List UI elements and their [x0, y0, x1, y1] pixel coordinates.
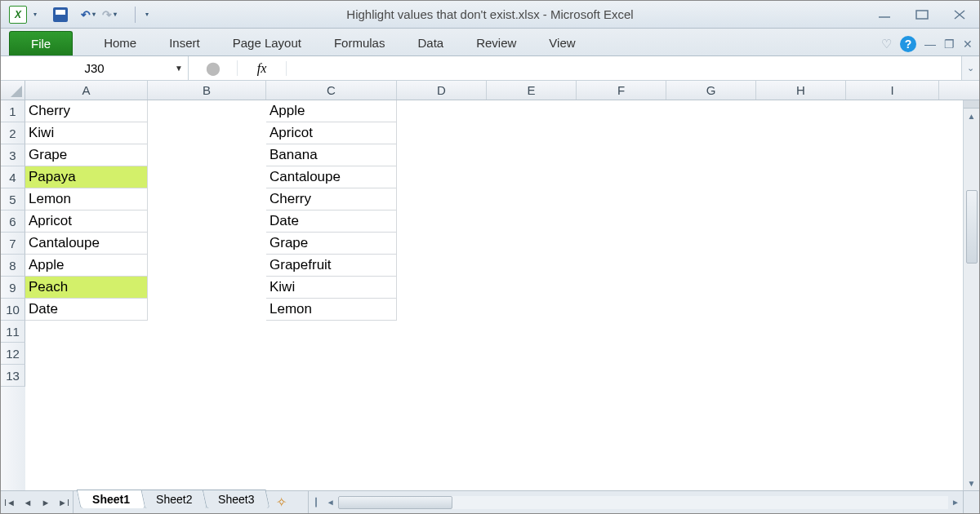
- cell[interactable]: [756, 343, 846, 365]
- cell[interactable]: [846, 188, 939, 210]
- cell[interactable]: [846, 255, 939, 277]
- cell[interactable]: [577, 100, 666, 122]
- tab-data[interactable]: Data: [401, 31, 460, 55]
- scroll-down-icon[interactable]: ▼: [964, 476, 979, 490]
- file-tab[interactable]: File: [9, 31, 73, 55]
- cell[interactable]: [148, 166, 266, 188]
- cell[interactable]: Cantaloupe: [266, 166, 397, 188]
- cell[interactable]: Peach: [25, 277, 148, 299]
- row-header[interactable]: 5: [1, 188, 25, 210]
- tab-review[interactable]: Review: [460, 31, 532, 55]
- cell[interactable]: [577, 144, 666, 166]
- row-header[interactable]: 6: [1, 210, 25, 233]
- cell[interactable]: [756, 166, 846, 188]
- cell[interactable]: [397, 321, 487, 343]
- cell[interactable]: [666, 255, 756, 277]
- first-sheet-icon[interactable]: I◄: [1, 498, 19, 507]
- cell[interactable]: [666, 188, 756, 210]
- cell[interactable]: [266, 321, 397, 343]
- cell[interactable]: [666, 321, 756, 343]
- cell[interactable]: [148, 100, 266, 122]
- undo-icon[interactable]: ↶▾: [81, 8, 97, 21]
- cell[interactable]: [397, 365, 487, 387]
- cell[interactable]: [148, 255, 266, 277]
- row-header[interactable]: 4: [1, 166, 25, 188]
- help-icon[interactable]: ?: [900, 36, 916, 52]
- cell[interactable]: [266, 365, 397, 387]
- cell[interactable]: [846, 343, 939, 365]
- cell[interactable]: [487, 233, 577, 255]
- row-header[interactable]: 3: [1, 144, 25, 166]
- cell[interactable]: [487, 321, 577, 343]
- sheet-tab[interactable]: Sheet2: [140, 490, 207, 508]
- cell[interactable]: [666, 233, 756, 255]
- cell[interactable]: [397, 122, 487, 144]
- cell[interactable]: [846, 100, 939, 122]
- cell[interactable]: [577, 188, 666, 210]
- new-sheet-icon[interactable]: ✧: [272, 495, 292, 510]
- qat-dropdown-icon[interactable]: ▾: [32, 11, 38, 18]
- cell[interactable]: [397, 144, 487, 166]
- cell[interactable]: [397, 233, 487, 255]
- minimize-ribbon-icon[interactable]: ♡: [881, 37, 892, 51]
- column-header[interactable]: E: [487, 81, 577, 100]
- column-header[interactable]: A: [25, 81, 148, 100]
- row-header[interactable]: 9: [1, 277, 25, 299]
- cell[interactable]: [577, 277, 666, 299]
- next-sheet-icon[interactable]: ►: [37, 498, 55, 507]
- customize-qat-icon[interactable]: ▾: [144, 11, 150, 18]
- cell[interactable]: Lemon: [25, 188, 148, 210]
- maximize-button[interactable]: [911, 7, 933, 22]
- cell[interactable]: [577, 321, 666, 343]
- cell[interactable]: [577, 343, 666, 365]
- cell[interactable]: [148, 233, 266, 255]
- cell[interactable]: Cherry: [266, 188, 397, 210]
- cell[interactable]: [666, 299, 756, 321]
- redo-icon[interactable]: ↷▾: [102, 8, 118, 21]
- row-header[interactable]: 10: [1, 299, 25, 321]
- split-handle[interactable]: [964, 100, 979, 109]
- cell[interactable]: Date: [266, 210, 397, 233]
- cell[interactable]: [846, 321, 939, 343]
- cell[interactable]: [487, 255, 577, 277]
- cell[interactable]: Grape: [266, 233, 397, 255]
- cell[interactable]: Papaya: [25, 166, 148, 188]
- cell[interactable]: [487, 166, 577, 188]
- scroll-right-icon[interactable]: ►: [948, 498, 963, 507]
- prev-sheet-icon[interactable]: ◄: [19, 498, 37, 507]
- cell[interactable]: [397, 188, 487, 210]
- cell[interactable]: [756, 277, 846, 299]
- row-header[interactable]: 8: [1, 255, 25, 277]
- cell[interactable]: [148, 122, 266, 144]
- excel-app-icon[interactable]: X: [9, 6, 27, 24]
- splitter-handle[interactable]: ┃: [309, 498, 323, 507]
- cell[interactable]: [846, 233, 939, 255]
- cell[interactable]: [756, 255, 846, 277]
- cell[interactable]: [756, 365, 846, 387]
- name-box[interactable]: J30 ▼: [1, 56, 189, 80]
- cell[interactable]: [25, 321, 148, 343]
- column-header[interactable]: H: [756, 81, 846, 100]
- cell[interactable]: [487, 122, 577, 144]
- cell[interactable]: [148, 277, 266, 299]
- cell[interactable]: [397, 255, 487, 277]
- cell[interactable]: [666, 343, 756, 365]
- cell[interactable]: [756, 188, 846, 210]
- cell[interactable]: [577, 299, 666, 321]
- cell[interactable]: [846, 210, 939, 233]
- cell[interactable]: [666, 100, 756, 122]
- cell[interactable]: [577, 365, 666, 387]
- cell[interactable]: [397, 100, 487, 122]
- cell[interactable]: [487, 277, 577, 299]
- cell[interactable]: [756, 144, 846, 166]
- cell[interactable]: [666, 144, 756, 166]
- scroll-thumb[interactable]: [966, 190, 978, 264]
- cell[interactable]: [148, 210, 266, 233]
- hscroll-thumb[interactable]: [338, 496, 452, 509]
- cell[interactable]: [487, 365, 577, 387]
- tab-formulas[interactable]: Formulas: [318, 31, 402, 55]
- horizontal-scrollbar[interactable]: ┃ ◄ ►: [308, 491, 963, 513]
- close-button[interactable]: [948, 7, 971, 22]
- resize-handle[interactable]: [963, 491, 979, 513]
- last-sheet-icon[interactable]: ►I: [55, 498, 73, 507]
